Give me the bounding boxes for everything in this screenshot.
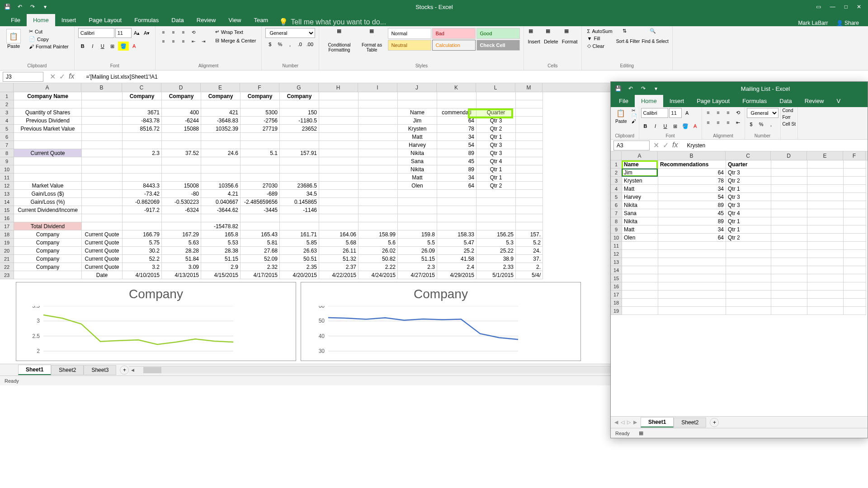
cell-A7[interactable] bbox=[14, 141, 82, 149]
row-header-16[interactable]: 16 bbox=[0, 214, 14, 222]
cell-K15[interactable] bbox=[437, 206, 476, 214]
cell-J4[interactable]: Jim bbox=[398, 117, 437, 125]
tab-formulas[interactable]: Formulas bbox=[128, 14, 165, 26]
cell-G23[interactable]: 4/20/2015 bbox=[280, 271, 319, 279]
cell-K6[interactable]: 34 bbox=[437, 133, 476, 141]
sec-tab-view[interactable]: V bbox=[830, 95, 847, 107]
cell-B4[interactable] bbox=[82, 117, 123, 125]
find-select-button[interactable]: 🔍Find & Select bbox=[642, 28, 668, 62]
cell-H2[interactable] bbox=[319, 100, 359, 108]
sec-cell-B3[interactable]: 78 bbox=[658, 177, 726, 185]
cell-H23[interactable]: 4/22/2015 bbox=[319, 271, 359, 279]
sec-cell-B5[interactable]: 54 bbox=[658, 193, 726, 201]
sec-cell-F13[interactable] bbox=[844, 258, 866, 266]
cell-C9[interactable] bbox=[123, 157, 162, 165]
cell-F20[interactable]: 27.68 bbox=[241, 247, 280, 255]
inc-decimal-button[interactable]: .0 bbox=[295, 40, 304, 49]
cell-H13[interactable] bbox=[319, 190, 359, 198]
borders-button[interactable]: ⊞ bbox=[108, 42, 117, 51]
cell-I19[interactable]: 5.6 bbox=[359, 239, 398, 247]
sec-cell-E7[interactable] bbox=[807, 209, 844, 217]
cell-H6[interactable] bbox=[319, 133, 359, 141]
sec-cell-C10[interactable]: Qtr 2 bbox=[726, 234, 771, 242]
cell-B13[interactable] bbox=[82, 190, 123, 198]
share-button[interactable]: 👤 Share bbox=[836, 20, 859, 26]
cell-H8[interactable] bbox=[319, 149, 359, 157]
sec-percent[interactable]: % bbox=[757, 120, 766, 129]
cell-K11[interactable]: 34 bbox=[437, 174, 476, 182]
minimize-icon[interactable]: — bbox=[830, 4, 835, 10]
cell-C17[interactable] bbox=[123, 222, 162, 230]
sec-cell-F15[interactable] bbox=[844, 274, 866, 282]
cell-I8[interactable] bbox=[359, 149, 398, 157]
cell-I18[interactable]: 158.99 bbox=[359, 230, 398, 239]
col-header-I[interactable]: I bbox=[358, 83, 397, 92]
sec-redo-icon[interactable]: ↷ bbox=[640, 85, 647, 92]
cell-E20[interactable]: 28.38 bbox=[201, 247, 241, 255]
cell-L2[interactable] bbox=[476, 100, 516, 108]
cell-B12[interactable] bbox=[82, 182, 123, 190]
sec-cell-E6[interactable] bbox=[807, 201, 844, 209]
sec-cell-F11[interactable] bbox=[844, 242, 866, 250]
cell-G3[interactable]: 150 bbox=[280, 108, 319, 117]
cell-A17[interactable]: Total Dividend bbox=[14, 222, 82, 230]
cell-D1[interactable]: Company bbox=[162, 92, 201, 100]
cell-D2[interactable] bbox=[162, 100, 201, 108]
cell-F12[interactable]: 27030 bbox=[241, 182, 280, 190]
sec-cell-B16[interactable] bbox=[658, 282, 726, 291]
sec-cancel-icon[interactable]: ✕ bbox=[653, 141, 659, 150]
save-icon[interactable]: 💾 bbox=[4, 3, 11, 10]
col-header-C[interactable]: C bbox=[122, 83, 161, 92]
col-header-K[interactable]: K bbox=[437, 83, 476, 92]
cell-G18[interactable]: 161.71 bbox=[280, 230, 319, 239]
sec-row-header-10[interactable]: 10 bbox=[611, 234, 622, 242]
cell-J22[interactable]: 2.3 bbox=[398, 263, 437, 271]
cell-F13[interactable]: -689 bbox=[241, 190, 280, 198]
cell-L6[interactable]: Qtr 1 bbox=[476, 133, 516, 141]
cell-A3[interactable]: Quantity of Shares bbox=[14, 108, 82, 117]
sec-cell-E10[interactable] bbox=[807, 234, 844, 242]
font-size-select[interactable] bbox=[115, 28, 132, 38]
cell-I23[interactable]: 4/24/2015 bbox=[359, 271, 398, 279]
formula-input[interactable]: ='[Mailing List.xlsx]Sheet1'!A1 bbox=[83, 74, 868, 80]
align-left-button[interactable]: ≡ bbox=[159, 37, 168, 45]
cell-B16[interactable] bbox=[82, 214, 123, 222]
cell-E11[interactable] bbox=[201, 174, 241, 182]
sec-cell-E2[interactable] bbox=[807, 169, 844, 177]
sec-nav-prev-icon[interactable]: ◁ bbox=[621, 419, 624, 425]
enter-formula-icon[interactable]: ✓ bbox=[59, 72, 65, 81]
sec-cell-E15[interactable] bbox=[807, 274, 844, 282]
cell-J9[interactable]: Sana bbox=[398, 157, 437, 165]
sec-tab-page-layout[interactable]: Page Layout bbox=[690, 95, 736, 107]
cell-I5[interactable] bbox=[359, 125, 398, 133]
cell-D4[interactable]: -6244 bbox=[162, 117, 201, 125]
cell-H18[interactable]: 164.06 bbox=[319, 230, 359, 239]
cell-K3[interactable]: commendati bbox=[437, 108, 476, 117]
cell-M14[interactable] bbox=[516, 198, 543, 206]
cell-D9[interactable] bbox=[162, 157, 201, 165]
select-all-corner[interactable] bbox=[0, 83, 14, 92]
sec-cell-C5[interactable]: Qtr 3 bbox=[726, 193, 771, 201]
cell-M21[interactable]: 37. bbox=[516, 255, 543, 263]
cell-J11[interactable]: Matt bbox=[398, 174, 437, 182]
cell-F2[interactable] bbox=[241, 100, 280, 108]
cell-D21[interactable]: 51.84 bbox=[162, 255, 201, 263]
cell-B21[interactable]: Current Quote bbox=[82, 255, 123, 263]
sec-paste-button[interactable]: 📋Paste bbox=[613, 108, 630, 132]
sec-cell-D11[interactable] bbox=[771, 242, 807, 250]
sec-align-bl[interactable]: ≡ bbox=[704, 118, 713, 127]
cell-H1[interactable] bbox=[319, 92, 359, 100]
row-header-23[interactable]: 23 bbox=[0, 271, 14, 279]
sec-align-tl[interactable]: ≡ bbox=[704, 108, 713, 117]
cell-D3[interactable]: 400 bbox=[162, 108, 201, 117]
cell-J16[interactable] bbox=[398, 214, 437, 222]
sheet-tab-2[interactable]: Sheet2 bbox=[51, 365, 84, 375]
cell-A23[interactable] bbox=[14, 271, 82, 279]
cell-M3[interactable] bbox=[516, 108, 543, 117]
cell-L20[interactable]: 25.22 bbox=[476, 247, 516, 255]
cell-K9[interactable]: 45 bbox=[437, 157, 476, 165]
cell-H12[interactable] bbox=[319, 182, 359, 190]
cell-L17[interactable] bbox=[476, 222, 516, 230]
cell-M4[interactable] bbox=[516, 117, 543, 125]
cell-B22[interactable]: Current Quote bbox=[82, 263, 123, 271]
